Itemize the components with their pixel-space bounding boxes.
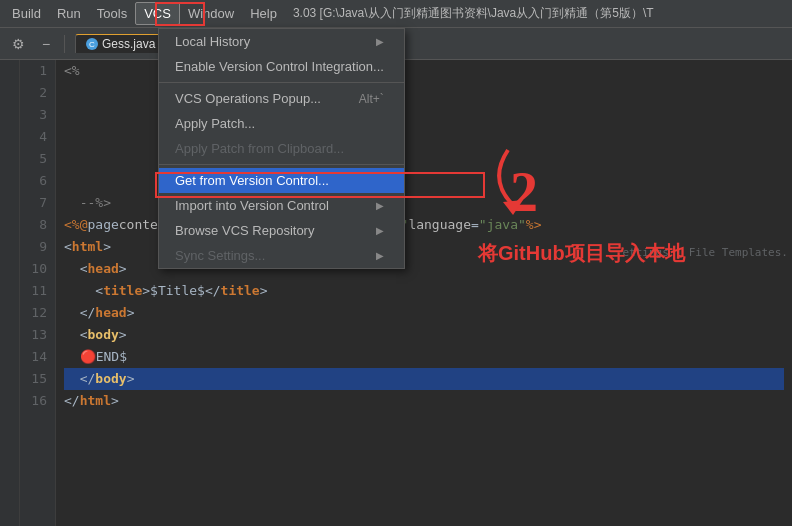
submenu-arrow: ▶ [376, 36, 384, 47]
code-line-15: </body> [64, 368, 784, 390]
line-numbers: 1 2 3 4 5 6 7 8 9 10 11 12 13 14 15 16 [20, 60, 56, 526]
file-tab-name[interactable]: Gess.java [102, 37, 155, 51]
menu-local-history[interactable]: Local History ▶ [159, 29, 404, 54]
menu-help[interactable]: Help [242, 3, 285, 24]
menu-vcs[interactable]: VCS [135, 2, 180, 25]
menu-separator-2 [159, 164, 404, 165]
menu-apply-patch-clipboard: Apply Patch from Clipboard... [159, 136, 404, 161]
code-container: 1 2 3 4 5 6 7 8 9 10 11 12 13 14 15 16 <… [20, 60, 792, 526]
import-submenu-arrow: ▶ [376, 200, 384, 211]
menu-apply-patch[interactable]: Apply Patch... [159, 111, 404, 136]
menu-import-vcs[interactable]: Import into Version Control ▶ [159, 193, 404, 218]
toolbar-separator [64, 35, 65, 53]
window-title: 3.03 [G:\Java\从入门到精通图书资料\Java从入门到精通（第5版）… [293, 5, 654, 22]
code-line-12: </head> [64, 302, 784, 324]
vcs-dropdown: Local History ▶ Enable Version Control I… [158, 28, 405, 269]
menu-tools[interactable]: Tools [89, 3, 135, 24]
menu-get-from-vcs[interactable]: Get from Version Control... [159, 168, 404, 193]
code-line-14: 🔴END$ [64, 346, 784, 368]
code-line-16: </html> [64, 390, 784, 412]
menu-window[interactable]: Window [180, 3, 242, 24]
sync-submenu-arrow: ▶ [376, 250, 384, 261]
menu-vcs-operations-popup[interactable]: VCS Operations Popup... Alt+` [159, 86, 404, 111]
left-gutter [0, 60, 20, 526]
shortcut-alt-backtick: Alt+` [359, 92, 384, 106]
file-type-icon: C [86, 38, 98, 50]
code-line-13: <body> [64, 324, 784, 346]
browse-submenu-arrow: ▶ [376, 225, 384, 236]
menu-build[interactable]: Build [4, 3, 49, 24]
code-line-11: <title>$Title$</title> [64, 280, 784, 302]
menu-separator-1 [159, 82, 404, 83]
menu-enable-vcs[interactable]: Enable Version Control Integration... [159, 54, 404, 79]
menubar: Build Run Tools VCS Window Help 3.03 [G:… [0, 0, 792, 28]
settings-btn[interactable]: ⚙ [6, 32, 30, 56]
menu-run[interactable]: Run [49, 3, 89, 24]
menu-sync-settings: Sync Settings... ▶ [159, 243, 404, 268]
menu-browse-vcs[interactable]: Browse VCS Repository ▶ [159, 218, 404, 243]
minus-btn[interactable]: − [34, 32, 58, 56]
